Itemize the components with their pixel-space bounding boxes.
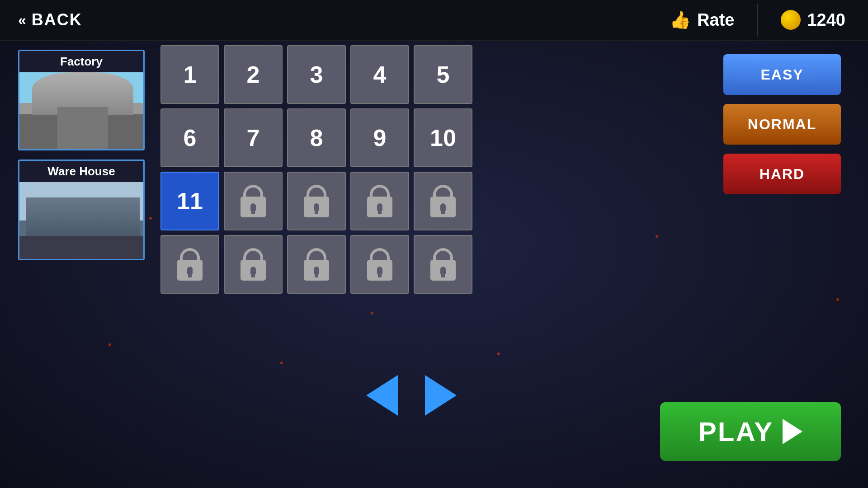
level-number: 2 — [247, 61, 260, 88]
lock-body — [304, 260, 329, 281]
top-bar: « BACK 👍 Rate 1240 — [0, 0, 868, 41]
level-cell-2[interactable]: 2 — [224, 45, 283, 104]
level-number: 1 — [184, 61, 197, 88]
back-chevrons-icon: « — [18, 12, 26, 28]
decorative-dot — [280, 361, 283, 364]
top-right-section: 👍 Rate 1240 — [647, 0, 868, 40]
lock-icon — [367, 185, 392, 217]
level-cell-15[interactable] — [414, 172, 472, 230]
map-card-factory[interactable]: Factory — [18, 50, 145, 150]
lock-icon — [430, 248, 456, 281]
level-cell-19[interactable] — [350, 235, 409, 294]
level-number: 5 — [437, 61, 450, 88]
level-cell-1[interactable]: 1 — [160, 45, 219, 104]
lock-shackle — [243, 248, 263, 260]
level-cell-5[interactable]: 5 — [414, 45, 472, 104]
level-cell-20[interactable] — [414, 235, 472, 294]
lock-keyhole — [250, 203, 256, 211]
factory-road — [57, 107, 108, 150]
lock-shackle — [370, 248, 390, 260]
lock-shackle — [243, 185, 263, 197]
coin-icon — [781, 10, 801, 30]
level-cell-17[interactable] — [224, 235, 283, 294]
level-grid: 1234567891011 — [160, 45, 472, 294]
lock-shackle — [180, 248, 200, 260]
level-cell-4[interactable]: 4 — [350, 45, 409, 104]
map-warehouse-image — [19, 182, 145, 259]
level-cell-14[interactable] — [350, 172, 409, 230]
lock-keyhole — [187, 267, 193, 274]
nav-arrows — [366, 375, 457, 416]
rate-section[interactable]: 👍 Rate — [647, 0, 757, 40]
lock-body — [241, 260, 266, 281]
easy-button[interactable]: Easy — [723, 54, 841, 95]
thumbsup-icon: 👍 — [670, 10, 691, 30]
lock-icon — [304, 185, 329, 217]
level-cell-12[interactable] — [224, 172, 283, 230]
lock-shackle — [307, 248, 326, 260]
lock-body — [430, 260, 456, 281]
lock-body — [177, 260, 203, 281]
lock-icon — [367, 248, 392, 281]
lock-body — [367, 197, 392, 217]
level-number: 3 — [310, 61, 323, 88]
level-number: 10 — [430, 124, 456, 151]
play-label: PLAY — [698, 416, 774, 447]
lock-keyhole — [440, 203, 446, 211]
lock-keyhole — [377, 203, 382, 211]
lock-shackle — [307, 185, 326, 197]
decorative-dot — [836, 298, 839, 301]
difficulty-panel: Easy NORMAL HARD — [723, 54, 841, 194]
level-cell-13[interactable] — [287, 172, 346, 230]
level-number: 7 — [247, 124, 260, 151]
lock-body — [367, 260, 392, 281]
map-factory-title: Factory — [19, 51, 143, 72]
decorative-dot — [656, 235, 658, 238]
normal-button[interactable]: NORMAL — [723, 104, 841, 145]
play-arrow-icon — [783, 419, 802, 444]
lock-body — [241, 197, 266, 217]
decorative-dot — [371, 312, 373, 314]
level-number: 11 — [177, 188, 203, 215]
level-number: 6 — [184, 124, 197, 151]
map-warehouse-title: Ware House — [19, 161, 143, 182]
level-number: 4 — [373, 61, 387, 88]
level-cell-6[interactable]: 6 — [160, 108, 219, 167]
back-label: BACK — [32, 10, 82, 29]
lock-icon — [241, 185, 266, 217]
level-cell-18[interactable] — [287, 235, 346, 294]
warehouse-building — [26, 197, 140, 236]
level-number: 8 — [310, 124, 323, 151]
lock-keyhole — [314, 267, 319, 274]
lock-icon — [241, 248, 266, 281]
lock-shackle — [433, 185, 453, 197]
map-card-warehouse[interactable]: Ware House — [18, 160, 145, 260]
level-cell-3[interactable]: 3 — [287, 45, 346, 104]
level-cell-10[interactable]: 10 — [414, 108, 472, 167]
lock-shackle — [433, 248, 453, 260]
lock-keyhole — [377, 267, 382, 274]
coins-value: 1240 — [807, 10, 845, 30]
hard-button[interactable]: HARD — [723, 154, 841, 194]
level-cell-16[interactable] — [160, 235, 219, 294]
lock-body — [304, 197, 329, 217]
rate-label: Rate — [697, 10, 734, 30]
level-cell-7[interactable]: 7 — [224, 108, 283, 167]
level-cell-8[interactable]: 8 — [287, 108, 346, 167]
lock-shackle — [370, 185, 390, 197]
level-number: 9 — [373, 124, 387, 151]
next-arrow-button[interactable] — [425, 375, 457, 416]
lock-icon — [304, 248, 329, 281]
coins-section: 1240 — [758, 0, 868, 40]
lock-icon — [430, 185, 456, 217]
lock-icon — [177, 248, 203, 281]
back-button[interactable]: « BACK — [0, 0, 100, 40]
level-cell-11[interactable]: 11 — [160, 172, 219, 230]
play-button[interactable]: PLAY — [660, 402, 841, 461]
lock-body — [430, 197, 456, 217]
level-cell-9[interactable]: 9 — [350, 108, 409, 167]
decorative-dot — [149, 217, 152, 220]
prev-arrow-button[interactable] — [366, 375, 398, 416]
decorative-dot — [497, 352, 500, 355]
lock-keyhole — [250, 267, 256, 274]
